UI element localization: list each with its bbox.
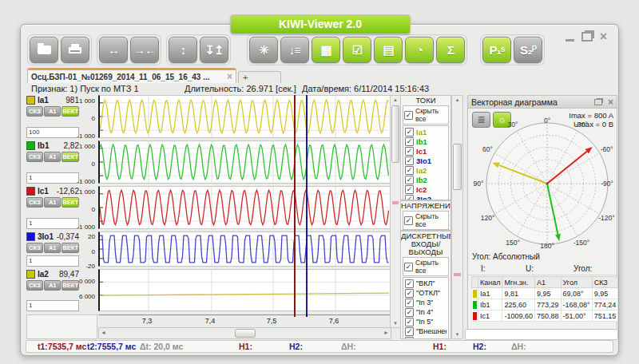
plot-Ib1[interactable] — [98, 140, 391, 184]
plot-Ia1[interactable] — [98, 95, 391, 138]
скз-button-Ib1[interactable]: СКЗ — [26, 152, 43, 162]
checkbox-icon[interactable]: ✓ — [405, 327, 414, 336]
cursor-t2[interactable] — [306, 95, 308, 317]
discrete-toggle-In3[interactable]: ✓"In 3" — [403, 298, 448, 307]
checkbox-icon[interactable]: ✓ — [404, 111, 413, 120]
checkbox-icon[interactable]: ✓ — [405, 166, 414, 175]
panel-restore-icon[interactable] — [594, 99, 602, 105]
checkbox-icon[interactable]: ✓ — [405, 195, 414, 201]
report-button[interactable]: ▤ — [374, 37, 403, 63]
restore-icon[interactable] — [581, 32, 593, 42]
discrete-toggle-In5[interactable]: ✓"In 5" — [403, 317, 448, 326]
checkbox-icon[interactable]: ✓ — [405, 337, 414, 340]
signals-scrollbar-thumb[interactable] — [453, 144, 462, 190]
collapse-vertical-button[interactable]: ↧↥ — [200, 37, 228, 63]
print-button[interactable] — [61, 37, 89, 63]
скз-button-Ic1[interactable]: СКЗ — [26, 197, 43, 208]
scroll-down-icon[interactable]: ▼ — [452, 332, 462, 337]
checkbox-icon[interactable]: ✓ — [404, 216, 413, 225]
vector-diagram-button[interactable]: ◔ — [405, 37, 434, 63]
скз-button-Ia2[interactable]: СКЗ — [26, 280, 43, 291]
вект-button-Ia1[interactable]: ВЕКТ — [62, 106, 79, 117]
hide-all-voltages-checkbox[interactable]: ✓ Скрыть все — [403, 211, 449, 230]
scroll-down-icon[interactable]: ▼ — [391, 321, 400, 326]
checkbox-icon[interactable]: ✓ — [405, 279, 414, 288]
horizontal-scrollbar[interactable]: ◄ ► — [98, 327, 391, 339]
checkbox-icon[interactable]: ✓ — [405, 185, 414, 194]
current-toggle-3Io1[interactable]: ✓3Io1 — [403, 156, 448, 165]
вект-button-Ic1[interactable]: ВЕКТ — [62, 197, 79, 208]
checkbox-icon[interactable]: ✓ — [405, 289, 414, 298]
discrete-toggle-ВКЛ[interactable]: ✓"ВКЛ" — [403, 279, 448, 288]
scroll-left-icon[interactable]: ◄ — [101, 329, 106, 337]
checkbox-icon[interactable]: ✓ — [405, 147, 414, 156]
plot-Ia2[interactable] — [98, 269, 391, 311]
checkbox-icon[interactable]: ✓ — [405, 128, 414, 136]
вект-button-Ia2[interactable]: ВЕКТ — [62, 280, 79, 291]
open-file-button[interactable] — [30, 37, 58, 63]
scale-input-Ia2[interactable]: 1 — [26, 300, 79, 311]
sort-order-button[interactable]: ↓≡ — [280, 37, 309, 63]
скз-button-3Io1[interactable]: СКЗ — [26, 243, 43, 253]
power-p1-button[interactable]: P₁ˢ — [482, 37, 511, 63]
cursor-t1[interactable] — [294, 95, 296, 317]
new-tab-button[interactable]: + — [238, 71, 281, 83]
waveform-scrollbar-thumb[interactable] — [391, 105, 399, 163]
вект-button-3Io1[interactable]: ВЕКТ — [62, 243, 79, 253]
power-s2-button[interactable]: S₂ᴾ — [514, 37, 542, 63]
checkbox-icon[interactable]: ✓ — [405, 137, 414, 146]
row-channel-name: Ib1 — [478, 299, 502, 311]
fit-all-button[interactable]: ✳ — [249, 37, 278, 63]
current-toggle-Ia2[interactable]: ✓Ia2 — [403, 165, 448, 175]
discrete-toggle-ВнешнееОТ[interactable]: ✓"Внешнее ОТ — [403, 326, 448, 336]
а1-button-3Io1[interactable]: А1 — [44, 243, 61, 253]
horizontal-scrollbar-thumb[interactable] — [235, 329, 256, 338]
current-toggle-Ib2[interactable]: ✓Ib2 — [403, 175, 448, 184]
close-icon[interactable]: × — [600, 31, 607, 42]
minimize-icon[interactable] — [566, 39, 574, 42]
а1-button-Ic1[interactable]: А1 — [44, 197, 61, 208]
scroll-up-icon[interactable]: ▲ — [391, 97, 400, 102]
discrete-toggle-In4[interactable]: ✓"In 4" — [403, 307, 448, 317]
collapse-horizontal-button[interactable]: →← — [130, 37, 159, 63]
scale-input-Ia1[interactable]: 100 — [26, 127, 79, 138]
current-toggle-Ia1[interactable]: ✓Ia1 — [403, 127, 448, 136]
scale-input-Ic1[interactable]: 1 — [26, 218, 79, 229]
а1-button-Ib1[interactable]: А1 — [44, 152, 61, 162]
checkbox-icon[interactable]: ✓ — [405, 299, 414, 307]
tab-oscillogram[interactable]: Осц.БЗП-01_№01269_2014_11_06_15_16_43 ..… — [27, 68, 236, 83]
а1-button-Ia1[interactable]: А1 — [44, 106, 61, 117]
а1-button-Ia2[interactable]: А1 — [44, 280, 61, 291]
toolbar-group: P₁ˢS₂ᴾ — [480, 34, 545, 65]
expand-vertical-button[interactable]: ↕ — [169, 37, 197, 63]
hide-all-discrete-checkbox[interactable]: ✓ Скрыть все — [403, 257, 449, 276]
вект-button-Ib1[interactable]: ВЕКТ — [62, 152, 79, 162]
checkbox-icon[interactable]: ✓ — [405, 156, 414, 165]
checkbox-icon[interactable]: ✓ — [405, 176, 414, 184]
hide-all-currents-checkbox[interactable]: ✓ Скрыть все — [403, 105, 449, 125]
discrete-toggle-ОТКЛ[interactable]: ✓"ОТКЛ" — [403, 288, 448, 298]
discrete-toggle-ВнешнееОТ[interactable]: ✓"Внешнее ОТ — [403, 336, 448, 339]
scroll-right-icon[interactable]: ► — [383, 329, 389, 337]
checkbox-icon[interactable]: ✓ — [405, 308, 414, 317]
scale-input-Ib1[interactable]: 1 — [26, 172, 79, 184]
checkbox-icon[interactable]: ✓ — [404, 263, 413, 271]
scroll-up-icon[interactable]: ▲ — [452, 97, 462, 102]
waveform-vertical-scrollbar[interactable]: ▲ ▼ — [390, 95, 401, 328]
expand-horizontal-button[interactable]: ↔ — [99, 37, 128, 63]
current-toggle-3Io2[interactable]: ✓3Io2 — [403, 194, 448, 200]
tab-close-icon[interactable]: × — [227, 73, 232, 81]
current-toggle-Ib1[interactable]: ✓Ib1 — [403, 136, 448, 146]
plot-3Io1[interactable] — [98, 231, 391, 267]
checkbox-icon[interactable]: ✓ — [405, 318, 414, 326]
current-toggle-Ic1[interactable]: ✓Ic1 — [403, 146, 448, 156]
current-toggle-Ic2[interactable]: ✓Ic2 — [403, 184, 448, 194]
grid-view-button[interactable]: ▦ — [312, 37, 340, 63]
signals-vertical-scrollbar[interactable]: ▲ ▼ — [451, 95, 463, 339]
channel-list-button[interactable]: ☑ — [343, 37, 371, 63]
скз-button-Ia1[interactable]: СКЗ — [26, 106, 43, 117]
scale-input-3Io1[interactable]: 1 — [26, 255, 79, 267]
plot-Ic1[interactable] — [98, 186, 391, 229]
panel-close-icon[interactable]: × — [608, 98, 613, 106]
harmonics-sum-button[interactable]: Σ — [436, 37, 465, 63]
